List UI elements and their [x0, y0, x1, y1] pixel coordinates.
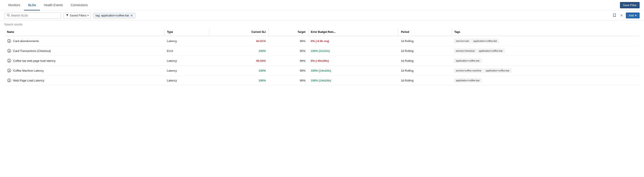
- clear-filter-button[interactable]: ✕: [619, 12, 624, 19]
- slo-error-budget: 100% (14m24s): [308, 66, 398, 76]
- slo-type: Error: [164, 46, 210, 56]
- search-box[interactable]: [4, 12, 61, 19]
- active-filter-chip: tag: application=coffee-bar ✕: [93, 13, 136, 19]
- tag-chip: application=coffee-bar: [472, 39, 499, 43]
- slo-period: 1d Rolling: [398, 46, 452, 56]
- nav-bar: Monitors SLOs Health Events Connections …: [0, 0, 644, 11]
- slo-name-cell: Card abondonments: [4, 36, 164, 46]
- table-row: Coffee bar web page load latency Latency…: [4, 56, 640, 66]
- slo-period: 1d Rolling: [398, 56, 452, 66]
- add-button[interactable]: Add ▾: [626, 13, 640, 19]
- slo-name: Card Transactions (Checkout): [13, 49, 51, 53]
- slo-error-budget: 0% (-6.9k req): [308, 36, 398, 46]
- slo-tags: service=coffee-machineapplication=coffee…: [452, 66, 640, 76]
- table-header-row: Name Type Current SLI Target Error Budge…: [4, 28, 640, 36]
- search-results-label: Search results: [4, 21, 640, 27]
- slo-type: Latency: [164, 76, 210, 85]
- slo-current-sli: 64.91%: [210, 36, 268, 46]
- slo-tags: service=checkoutapplication=coffee-bar: [452, 46, 640, 56]
- table-row: Card abondonments Latency 64.91% 99% 0% …: [4, 36, 640, 46]
- funnel-icon: [66, 14, 69, 17]
- slo-error-budget: 100% (1h12m): [308, 46, 398, 56]
- tag-chip: service=checkout: [454, 49, 476, 53]
- tag-chip: application=coffee-bar: [454, 59, 481, 63]
- slo-target: 99%: [268, 36, 308, 46]
- slo-current-sli: 100%: [210, 76, 268, 85]
- slo-name: Coffee Machine Latency: [13, 69, 44, 72]
- slo-icon: [7, 78, 12, 83]
- chevron-down-icon: ▾: [635, 14, 636, 17]
- slo-target: 99%: [268, 66, 308, 76]
- slo-table: Name Type Current SLI Target Error Budge…: [4, 28, 640, 85]
- tag-chip: application=coffee-bar: [484, 69, 511, 73]
- slo-name: Web Page Load Latency: [13, 79, 44, 82]
- tag-chip: application=coffee-bar: [454, 78, 481, 82]
- slo-target: 95%: [268, 46, 308, 56]
- col-current-sli: Current SLI: [210, 28, 268, 36]
- slo-icon: [7, 49, 12, 53]
- tag-chip: service=coffee-machine: [454, 69, 483, 73]
- table-row: Card Transactions (Checkout) Error 100% …: [4, 46, 640, 56]
- slo-target: 99%: [268, 56, 308, 66]
- search-input[interactable]: [11, 14, 59, 17]
- tag-chip: service=cart: [454, 39, 471, 43]
- col-error-budget: Error Budget Rem...: [308, 28, 398, 36]
- slo-name-cell: Card Transactions (Checkout): [4, 46, 164, 56]
- bookmark-button[interactable]: [612, 12, 617, 19]
- col-target: Target: [268, 28, 308, 36]
- remove-filter-button[interactable]: ✕: [130, 14, 133, 17]
- col-period: Period: [398, 28, 452, 36]
- tab-slos[interactable]: SLOs: [24, 0, 40, 11]
- slo-icon: [7, 68, 12, 73]
- slo-type: Latency: [164, 56, 210, 66]
- slo-tags: service=cartapplication=coffee-bar: [452, 36, 640, 46]
- slo-error-budget: 0% (-45m36s): [308, 56, 398, 66]
- slo-type: Latency: [164, 66, 210, 76]
- slo-period: 1d Rolling: [398, 76, 452, 85]
- slo-name-cell: Web Page Load Latency: [4, 76, 164, 85]
- filter-row-right: ✕ Add ▾: [612, 12, 640, 19]
- svg-point-0: [7, 14, 9, 16]
- slo-type: Latency: [164, 36, 210, 46]
- slo-name: Card abondonments: [13, 40, 39, 43]
- slo-error-budget: 100% (14m24s): [308, 76, 398, 85]
- tab-health-events[interactable]: Health Events: [40, 0, 67, 11]
- saved-filters-button[interactable]: Saved Filters ▾: [64, 13, 91, 19]
- tag-chip: application=coffee-bar: [477, 49, 504, 53]
- tab-connections[interactable]: Connections: [67, 0, 92, 11]
- table-row: Coffee Machine Latency Latency 100% 99% …: [4, 66, 640, 76]
- slo-current-sli: 95.83%: [210, 56, 268, 66]
- slo-tags: application=coffee-bar: [452, 76, 640, 85]
- chevron-down-icon: ▾: [88, 14, 88, 17]
- slo-tags: application=coffee-bar: [452, 56, 640, 66]
- col-tags: Tags: [452, 28, 640, 36]
- nav-tabs: Monitors SLOs Health Events Connections: [4, 0, 92, 10]
- table-area: Search results Name Type Current SLI Tar…: [0, 21, 644, 177]
- slo-current-sli: 100%: [210, 46, 268, 56]
- col-name: Name: [4, 28, 164, 36]
- slo-name-cell: Coffee Machine Latency: [4, 66, 164, 76]
- slo-icon: [7, 59, 12, 63]
- close-icon: ✕: [620, 13, 623, 18]
- svg-line-1: [9, 16, 10, 17]
- bookmark-icon: [613, 13, 616, 18]
- slo-period: 1d Rolling: [398, 36, 452, 46]
- filter-row: Saved Filters ▾ tag: application=coffee-…: [0, 11, 644, 21]
- table-row: Web Page Load Latency Latency 100% 99% 1…: [4, 76, 640, 85]
- search-icon: [7, 14, 10, 17]
- col-type: Type: [164, 28, 210, 36]
- slo-target: 99%: [268, 76, 308, 85]
- slo-name: Coffee bar web page load latency: [13, 59, 55, 62]
- slo-current-sli: 100%: [210, 66, 268, 76]
- slo-period: 1d Rolling: [398, 66, 452, 76]
- slo-name-cell: Coffee bar web page load latency: [4, 56, 164, 66]
- tab-monitors[interactable]: Monitors: [4, 0, 24, 11]
- slo-icon: [7, 39, 12, 43]
- save-filter-button[interactable]: Save Filter: [620, 2, 640, 8]
